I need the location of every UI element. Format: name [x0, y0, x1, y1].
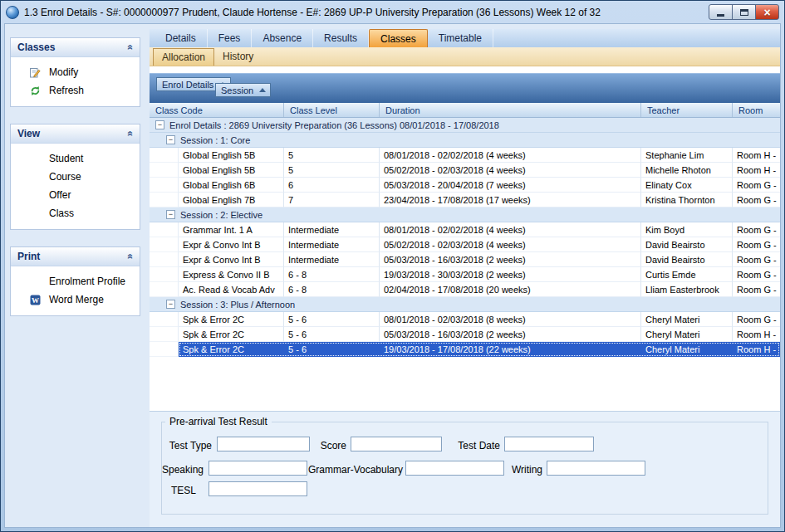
sidebar-item-modify[interactable]: Modify	[11, 63, 140, 81]
cell-class-level: 5 - 6	[284, 342, 380, 357]
grid-row[interactable]: Spk & Error 2C5 - 608/01/2018 - 02/03/20…	[150, 312, 780, 327]
sidebar-item-refresh[interactable]: Refresh	[11, 81, 140, 100]
cell-class-code: Spk & Error 2C	[179, 312, 284, 327]
cell-teacher: Kristina Thornton	[641, 193, 733, 207]
cell-duration: 08/01/2018 - 02/03/2018 (8 weeks)	[380, 312, 641, 327]
collapse-icon[interactable]: −	[166, 300, 175, 309]
edit-icon	[27, 66, 42, 78]
cell-room: Room G -	[733, 237, 780, 252]
group-by-button-session[interactable]: Session	[215, 83, 271, 97]
blank-icon-slot	[27, 276, 42, 287]
group-row-label: Session : 1: Core	[180, 135, 250, 145]
collapse-icon[interactable]: −	[166, 135, 175, 144]
cell-class-level: 6 - 8	[284, 282, 380, 297]
cell-duration: 02/04/2018 - 17/08/2018 (20 weeks)	[380, 282, 641, 297]
cell-teacher: David Beairsto	[641, 252, 733, 267]
panel-header-classes[interactable]: Classes»	[11, 38, 140, 57]
cell-class-level: Intermediate	[284, 222, 380, 237]
speaking-input[interactable]	[209, 461, 307, 476]
sidebar-item-label: Word Merge	[49, 294, 104, 305]
window-title: 1.3 Enrol Details - S#: 0000000977 Prude…	[24, 7, 704, 18]
app-icon	[6, 6, 19, 19]
minimize-button[interactable]	[709, 4, 733, 20]
cell-class-level: 7	[284, 193, 380, 207]
tab-results[interactable]: Results	[313, 29, 369, 47]
cell-teacher: Elinaty Cox	[641, 178, 733, 193]
grammar-vocabulary-label: Grammar-Vocabulary	[308, 464, 401, 476]
sidebar-item-label: Modify	[49, 66, 78, 78]
panel-header-print[interactable]: Print»	[11, 247, 140, 266]
cell-teacher: David Beairsto	[641, 237, 733, 252]
grid-row[interactable]: Spk & Error 2C5 - 605/03/2018 - 16/03/20…	[150, 327, 780, 342]
tesl-input[interactable]	[209, 481, 307, 496]
window-controls: ×	[709, 4, 779, 20]
grid-row[interactable]: Spk & Error 2C5 - 619/03/2018 - 17/08/20…	[150, 342, 780, 357]
cell-duration: 05/03/2018 - 20/04/2018 (7 weeks)	[380, 178, 641, 193]
test-date-input[interactable]	[504, 437, 594, 451]
cell-duration: 05/02/2018 - 02/03/2018 (4 weeks)	[380, 163, 641, 178]
column-header-duration[interactable]: Duration	[380, 103, 641, 117]
tab-timetable[interactable]: Timetable	[428, 29, 493, 47]
sidebar-item-offer[interactable]: Offer	[11, 186, 140, 204]
tab-classes[interactable]: Classes	[369, 29, 428, 47]
row-indent	[150, 237, 179, 252]
cell-class-code: Global English 6B	[179, 178, 284, 193]
score-input[interactable]	[351, 437, 442, 451]
cell-duration: 08/01/2018 - 02/02/2018 (4 weeks)	[380, 148, 641, 163]
panel-header-view[interactable]: View»	[11, 124, 140, 144]
main-area: DetailsFeesAbsenceResultsClassesTimetabl…	[150, 29, 780, 527]
row-indent	[150, 282, 179, 297]
grammar-vocabulary-input[interactable]	[405, 461, 504, 476]
tab-fees[interactable]: Fees	[208, 29, 253, 47]
cell-class-level: 6	[284, 178, 380, 193]
column-header-class-code[interactable]: Class Code	[150, 103, 284, 117]
cell-room: Room H -	[733, 327, 780, 342]
tab-details[interactable]: Details	[155, 29, 208, 47]
column-header-teacher[interactable]: Teacher	[641, 103, 733, 117]
titlebar[interactable]: 1.3 Enrol Details - S#: 0000000977 Prude…	[4, 1, 781, 23]
sidebar-item-enrolment-profile[interactable]: Enrolment Profile	[11, 272, 140, 290]
collapse-icon[interactable]: −	[155, 120, 164, 129]
grid-row[interactable]: Global English 5B505/02/2018 - 02/03/201…	[150, 163, 780, 178]
group-row-label: Session : 3: Plus / Afternoon	[180, 300, 295, 310]
sidebar-item-label: Course	[49, 171, 81, 183]
cell-duration: 05/03/2018 - 16/03/2018 (2 weeks)	[380, 327, 641, 342]
sidebar-item-student[interactable]: Student	[11, 149, 140, 168]
test-type-input[interactable]	[217, 437, 310, 451]
cell-class-level: 5 - 6	[284, 312, 380, 327]
group-row-level-2[interactable]: −Session : 1: Core	[150, 133, 780, 148]
grid-row[interactable]: Grammar Int. 1 AIntermediate08/01/2018 -…	[150, 222, 780, 237]
group-by-label: Session	[221, 85, 253, 95]
grid-row[interactable]: Expr & Convo Int BIntermediate05/02/2018…	[150, 237, 780, 252]
grid-rows: −Enrol Details : 2869 University Prepara…	[150, 118, 780, 357]
column-header-class-level[interactable]: Class Level	[284, 103, 380, 117]
subtab-history[interactable]: History	[214, 47, 262, 66]
group-row-level-2[interactable]: −Session : 3: Plus / Afternoon	[150, 297, 780, 312]
writing-input[interactable]	[547, 461, 645, 476]
grid-row[interactable]: Global English 5B508/01/2018 - 02/02/201…	[150, 148, 780, 163]
grid-row[interactable]: Express & Convo II B6 - 819/03/2018 - 30…	[150, 267, 780, 282]
subtab-allocation[interactable]: Allocation	[153, 48, 214, 66]
group-row-level-2[interactable]: −Session : 2: Elective	[150, 207, 780, 222]
grid-row[interactable]: Global English 6B605/03/2018 - 20/04/201…	[150, 178, 780, 193]
tab-absence[interactable]: Absence	[252, 29, 313, 47]
maximize-button[interactable]	[732, 4, 756, 20]
grid-row[interactable]: Expr & Convo Int BIntermediate05/03/2018…	[150, 252, 780, 267]
sidebar-item-course[interactable]: Course	[11, 168, 140, 186]
row-indent	[150, 222, 179, 237]
grid-header-row: Class CodeClass LevelDurationTeacherRoom	[150, 103, 780, 118]
collapse-icon[interactable]: −	[166, 210, 175, 219]
blank-icon-slot	[27, 153, 42, 164]
sidebar-item-word-merge[interactable]: WWord Merge	[11, 290, 140, 309]
sidebar-item-class[interactable]: Class	[11, 204, 140, 222]
sidebar-item-label: Offer	[49, 189, 71, 201]
column-header-room[interactable]: Room	[733, 103, 780, 117]
sidebar-panel-classes: Classes»ModifyRefresh	[10, 37, 140, 107]
window-body: Classes»ModifyRefreshView»StudentCourseO…	[4, 23, 781, 528]
score-label: Score	[316, 440, 346, 451]
grid-row[interactable]: Global English 7B723/04/2018 - 17/08/201…	[150, 193, 780, 207]
cell-room: Room G -	[733, 282, 780, 297]
close-button[interactable]: ×	[755, 4, 779, 20]
grid-row[interactable]: Ac. Read & Vocab Adv6 - 802/04/2018 - 17…	[150, 282, 780, 297]
group-row-level-1[interactable]: −Enrol Details : 2869 University Prepara…	[150, 118, 780, 133]
